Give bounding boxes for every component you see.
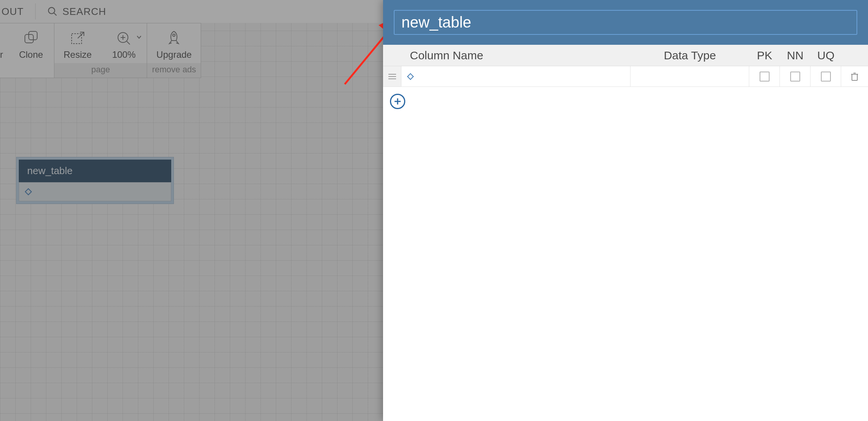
trash-icon xyxy=(850,72,859,81)
header-uq: UQ xyxy=(811,49,841,62)
drag-handle-icon xyxy=(388,73,397,80)
plus-icon xyxy=(393,97,402,106)
nn-checkbox[interactable] xyxy=(790,72,800,82)
uq-checkbox[interactable] xyxy=(821,72,831,82)
header-nn: NN xyxy=(780,49,811,62)
header-pk: PK xyxy=(749,49,780,62)
column-type-input[interactable] xyxy=(631,66,749,86)
panel-header xyxy=(383,0,868,45)
column-row xyxy=(383,66,868,87)
svg-marker-16 xyxy=(408,73,413,79)
column-name-input[interactable] xyxy=(418,70,630,82)
pk-checkbox[interactable] xyxy=(760,72,770,82)
columns-header-row: Column Name Data Type PK NN UQ xyxy=(383,45,868,66)
table-editor-panel: Column Name Data Type PK NN UQ xyxy=(383,0,868,421)
header-data-type: Data Type xyxy=(631,49,749,62)
table-name-input[interactable] xyxy=(394,10,857,35)
diamond-icon xyxy=(407,73,414,80)
delete-column-button[interactable] xyxy=(841,72,868,81)
svg-rect-17 xyxy=(852,74,857,80)
row-drag-handle[interactable] xyxy=(383,66,401,86)
add-column-button[interactable] xyxy=(390,94,405,109)
header-column-name: Column Name xyxy=(401,49,631,62)
